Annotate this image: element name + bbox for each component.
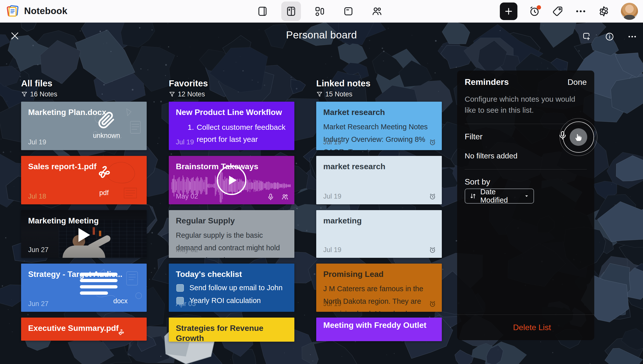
- column-linked-notes: Linked notes15 NotesMarket researchMarke…: [316, 78, 442, 347]
- notebook-logo-icon: [6, 4, 20, 18]
- note-card-title: Sales report-1.pdf: [21, 156, 147, 171]
- note-card-title: Strategy - Target Audie...: [21, 264, 147, 279]
- info-icon[interactable]: [605, 32, 615, 42]
- board-title: Personal board: [0, 29, 643, 41]
- column-note-count: 12 Notes: [178, 90, 205, 98]
- add-filter-button[interactable]: [570, 128, 587, 146]
- checklist-text: Yearly ROI calculation: [189, 296, 261, 305]
- reminders-icon[interactable]: [528, 5, 541, 17]
- note-card[interactable]: Marketing Plan.docxunknownJul 19: [21, 102, 147, 150]
- shapes-view-icon[interactable]: [310, 2, 330, 21]
- board-view-icon[interactable]: [281, 2, 301, 21]
- reminder-alarm-icon: [429, 246, 436, 254]
- delete-list-button[interactable]: Delete List: [457, 315, 594, 340]
- reminder-badge: [537, 5, 541, 10]
- filter-funnel-icon[interactable]: [316, 91, 323, 98]
- note-card[interactable]: Strategy - Target Audie...docxJun 27: [21, 264, 147, 312]
- note-card[interactable]: Marketing MeetingJun 27: [21, 210, 147, 258]
- column-note-count: 16 Notes: [30, 90, 57, 98]
- file-badge: unknown: [81, 132, 132, 140]
- account-avatar[interactable]: [621, 3, 638, 20]
- filter-funnel-icon[interactable]: [169, 91, 175, 98]
- no-filters-text: No filters added: [465, 152, 517, 160]
- board-more-icon[interactable]: [627, 32, 637, 42]
- list-text: Collect customer feedback report for las…: [197, 121, 287, 145]
- cards-stack: Market researchMarket Research Meeting N…: [316, 102, 442, 341]
- note-card-date: Jul 19: [323, 246, 341, 254]
- audio-meta-icons: [267, 193, 289, 201]
- column-meta[interactable]: 15 Notes: [316, 90, 442, 98]
- card-view-icon[interactable]: [339, 2, 358, 21]
- note-card-title: marketing: [316, 210, 442, 226]
- chevron-down-icon: [524, 193, 529, 199]
- panel-description: Configure which notes you would like to …: [465, 94, 585, 115]
- note-card[interactable]: Meeting with Freddy Outlet: [316, 318, 442, 341]
- checkbox-unchecked[interactable]: [176, 284, 184, 292]
- column-all-files: All files16 NotesMarketing Plan.docxunkn…: [21, 78, 147, 346]
- sort-by-label: Sort by: [465, 177, 490, 187]
- note-card[interactable]: market researchJul 19: [316, 156, 442, 204]
- delete-list-label: Delete List: [513, 323, 551, 332]
- note-card[interactable]: Brainstorm TakewaysMay 02: [169, 156, 294, 204]
- note-card-date: Jul 19: [323, 300, 341, 308]
- note-card-title: Meeting with Freddy Outlet: [316, 318, 442, 330]
- note-card[interactable]: Market researchMarket Research Meeting N…: [316, 102, 442, 150]
- filter-label: Filter: [465, 132, 483, 141]
- note-card-date: Jul 18: [28, 193, 46, 200]
- top-actions: [500, 0, 638, 23]
- collaborators-icon: [281, 193, 289, 201]
- checklist-item: Send follow up email to John: [169, 279, 294, 292]
- note-card[interactable]: Promising LeadJ M Caterers are famous in…: [316, 264, 442, 312]
- note-card-date: Jun 27: [28, 300, 48, 308]
- sort-dropdown[interactable]: Date Modified: [465, 189, 534, 204]
- sort-value: Date Modified: [480, 188, 520, 204]
- note-card-title: Executive Summary.pdf: [21, 318, 147, 333]
- panel-title: Reminders: [465, 77, 509, 87]
- hand-cursor-icon: [573, 132, 583, 142]
- view-switcher: [253, 2, 387, 21]
- column-title: Linked notes: [316, 78, 442, 88]
- note-card[interactable]: New Product Line Workflow1.Collect custo…: [169, 102, 294, 150]
- note-card-date: Jul 19: [28, 138, 46, 146]
- people-view-icon[interactable]: [367, 2, 387, 21]
- app-brand: Notebook: [6, 4, 67, 18]
- note-card[interactable]: Strategies for Revenue Growth1.Market Ex…: [169, 318, 294, 342]
- note-card[interactable]: marketingJul 19: [316, 210, 442, 258]
- column-note-count: 15 Notes: [325, 90, 352, 98]
- column-meta[interactable]: 16 Notes: [21, 90, 147, 98]
- note-card[interactable]: Today's checklistSend follow up email to…: [169, 264, 294, 312]
- file-badge: docx: [80, 297, 130, 305]
- add-card-icon[interactable]: [582, 32, 592, 42]
- note-card-date: Jul 19: [176, 138, 194, 146]
- done-button[interactable]: Done: [568, 78, 587, 87]
- top-bar: Notebook: [0, 0, 643, 23]
- filter-funnel-icon[interactable]: [21, 91, 28, 98]
- reminders-panel: Reminders Done Configure which notes you…: [457, 71, 594, 340]
- tags-icon[interactable]: [552, 5, 564, 17]
- play-button[interactable]: [217, 165, 246, 195]
- more-options-icon[interactable]: [575, 5, 587, 17]
- note-card[interactable]: Regular SupplyRegular supply is the basi…: [169, 210, 294, 258]
- note-card-title: Today's checklist: [169, 264, 294, 279]
- play-button[interactable]: [76, 226, 92, 244]
- note-card[interactable]: Executive Summary.pdf: [21, 318, 147, 341]
- microphone-icon: [267, 193, 275, 201]
- note-card-date: Jun 27: [28, 246, 48, 254]
- microphone-icon[interactable]: [558, 130, 568, 140]
- note-card-date: May 02: [176, 246, 198, 254]
- note-card[interactable]: Sales report-1.pdfpdfJul 18: [21, 156, 147, 204]
- trash-icon: [500, 323, 509, 332]
- divider: [465, 169, 587, 169]
- note-card-title: Marketing Meeting: [21, 210, 147, 226]
- close-board-icon[interactable]: [10, 31, 20, 41]
- column-meta[interactable]: 12 Notes: [169, 90, 294, 98]
- note-card-title: Promising Lead: [316, 264, 442, 279]
- note-card-date: Apr 03: [176, 300, 196, 308]
- settings-gear-icon[interactable]: [598, 5, 610, 17]
- new-note-button[interactable]: [500, 3, 517, 20]
- reader-view-icon[interactable]: [253, 2, 272, 21]
- divider: [465, 124, 587, 124]
- note-card-date: Jul 19: [323, 193, 341, 200]
- note-card-date: Jul 19: [323, 138, 341, 146]
- app-title: Notebook: [24, 6, 67, 16]
